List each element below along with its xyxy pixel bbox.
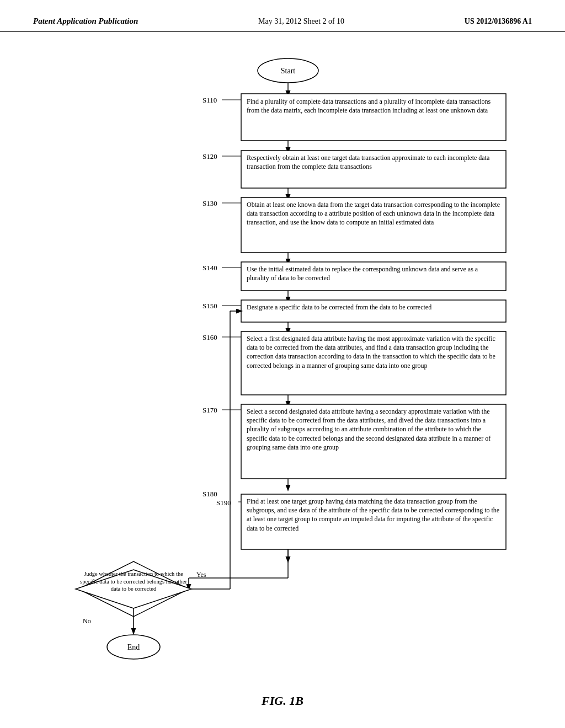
svg-text:S110: S110 xyxy=(202,96,217,104)
svg-text:S130: S130 xyxy=(202,199,217,207)
svg-text:S140: S140 xyxy=(202,264,217,272)
figure-label: FIG. 1B xyxy=(262,694,303,708)
svg-text:End: End xyxy=(127,643,140,651)
page-header: Patent Application Publication May 31, 2… xyxy=(0,0,565,32)
header-date-sheet: May 31, 2012 Sheet 2 of 10 xyxy=(258,17,344,26)
svg-text:No: No xyxy=(83,617,91,625)
header-publication: Patent Application Publication xyxy=(33,17,138,26)
svg-text:Start: Start xyxy=(281,67,296,75)
svg-text:S180: S180 xyxy=(202,490,217,498)
svg-text:S190: S190 xyxy=(216,499,231,507)
header-patent-number: US 2012/0136896 A1 xyxy=(465,17,532,26)
svg-text:S120: S120 xyxy=(202,152,217,160)
svg-text:S150: S150 xyxy=(202,302,217,310)
svg-text:Yes: Yes xyxy=(196,571,206,579)
diagram-container: Start S110 Find a plurality of complete … xyxy=(0,38,565,719)
svg-text:S170: S170 xyxy=(202,406,217,414)
svg-text:S160: S160 xyxy=(202,333,217,341)
flowchart-svg: Start S110 Find a plurality of complete … xyxy=(34,49,531,688)
